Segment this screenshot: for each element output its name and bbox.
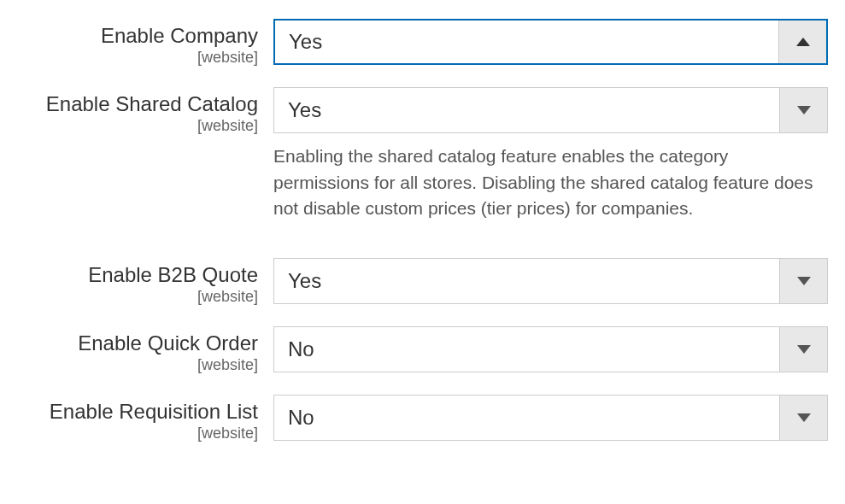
control-enable-shared-catalog: Yes Enabling the shared catalog feature … [273,87,828,221]
label-text: Enable B2B Quote [17,263,258,288]
chevron-down-icon [797,413,811,422]
select-value: Yes [274,259,779,303]
select-enable-b2b-quote[interactable]: Yes [273,258,828,304]
field-enable-shared-catalog: Enable Shared Catalog [website] Yes Enab… [17,87,828,221]
label-enable-quick-order: Enable Quick Order [website] [17,326,273,374]
select-arrow-button[interactable] [779,396,827,440]
control-enable-quick-order: No [273,326,828,372]
control-enable-requisition-list: No [273,395,828,441]
scope-text: [website] [17,356,258,375]
select-value: No [274,396,779,440]
scope-text: [website] [17,117,258,136]
scope-text: [website] [17,425,258,443]
chevron-down-icon [797,277,811,285]
control-enable-b2b-quote: Yes [273,258,828,304]
select-arrow-button[interactable] [779,88,827,132]
control-enable-company: Yes [273,19,828,65]
scope-text: [website] [17,288,258,307]
field-enable-requisition-list: Enable Requisition List [website] No [17,395,828,442]
field-enable-b2b-quote: Enable B2B Quote [website] Yes [17,258,828,306]
label-text: Enable Quick Order [17,331,258,356]
select-value: No [274,327,779,372]
note-enable-shared-catalog: Enabling the shared catalog feature enab… [273,144,828,221]
label-text: Enable Requisition List [17,400,258,425]
label-enable-b2b-quote: Enable B2B Quote [website] [17,258,273,306]
select-arrow-button[interactable] [779,327,827,372]
select-enable-requisition-list[interactable]: No [273,395,828,441]
label-text: Enable Company [17,24,258,49]
select-value: Yes [274,88,779,132]
select-enable-quick-order[interactable]: No [273,326,828,372]
select-enable-shared-catalog[interactable]: Yes [273,87,828,133]
chevron-down-icon [797,345,811,354]
chevron-up-icon [796,38,810,46]
scope-text: [website] [17,49,258,67]
chevron-down-icon [797,106,811,114]
select-value: Yes [275,21,778,63]
label-enable-shared-catalog: Enable Shared Catalog [website] [17,87,273,135]
field-enable-company: Enable Company [website] Yes [17,19,828,67]
select-arrow-button[interactable] [778,21,826,63]
select-enable-company[interactable]: Yes [273,19,828,65]
field-enable-quick-order: Enable Quick Order [website] No [17,326,828,374]
label-enable-company: Enable Company [website] [17,19,273,67]
label-text: Enable Shared Catalog [17,92,258,117]
label-enable-requisition-list: Enable Requisition List [website] [17,395,273,442]
select-arrow-button[interactable] [779,259,827,303]
